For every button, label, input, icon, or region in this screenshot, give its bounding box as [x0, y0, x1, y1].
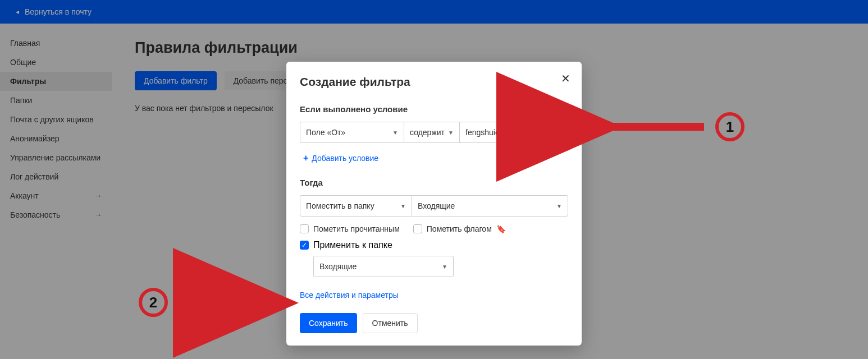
flag-icon: 🔖 [496, 224, 506, 233]
chevron-down-icon: ▼ [442, 264, 447, 270]
condition-operator-value: содержит [410, 128, 445, 137]
condition-field-select[interactable]: Поле «От» ▼ [300, 122, 404, 143]
checkbox-checked-icon: ✓ [300, 241, 309, 250]
checkbox-row: Пометить прочитанным Пометить флагом 🔖 [300, 224, 568, 233]
all-actions-label: Все действия и параметры [300, 291, 399, 300]
save-button[interactable]: Сохранить [300, 313, 357, 333]
all-actions-link[interactable]: Все действия и параметры [300, 288, 402, 302]
add-condition-label: Добавить условие [312, 154, 378, 163]
condition-value-text: fengshuicourses@gmail.cor [465, 128, 547, 137]
chevron-down-icon: ▼ [400, 203, 406, 209]
modal-footer: Сохранить Отменить [300, 313, 568, 333]
mark-flag-checkbox[interactable]: Пометить флагом 🔖 [413, 224, 506, 233]
apply-folder-value: Входящие [319, 262, 357, 271]
then-action-select[interactable]: Поместить в папку ▼ [300, 195, 412, 217]
apply-folder-select[interactable]: Входящие ▼ [313, 256, 454, 277]
cancel-button[interactable]: Отменить [363, 313, 418, 333]
condition-section-label: Если выполнено условие [300, 104, 568, 114]
checkbox-icon [300, 224, 309, 233]
mark-read-checkbox[interactable]: Пометить прочитанным [300, 224, 400, 233]
create-filter-modal: ✕ Создание фильтра Если выполнено услови… [286, 62, 582, 346]
mark-read-label: Пометить прочитанным [313, 224, 400, 233]
condition-row: Поле «От» ▼ содержит ▼ fengshuicourses@g… [300, 122, 568, 143]
then-target-select[interactable]: Входящие ▼ [412, 195, 568, 217]
then-row: Поместить в папку ▼ Входящие ▼ [300, 195, 568, 217]
condition-operator-select[interactable]: содержит ▼ [404, 122, 460, 143]
then-target-value: Входящие [418, 201, 455, 210]
modal-title: Создание фильтра [300, 75, 568, 89]
then-action-value: Поместить в папку [306, 201, 374, 210]
plus-icon: + [303, 153, 308, 163]
chevron-down-icon: ▼ [392, 130, 398, 136]
apply-to-folder-checkbox[interactable]: ✓ Применить к папке [300, 240, 568, 250]
mark-flag-label: Пометить флагом [427, 224, 492, 233]
remove-condition-button[interactable]: ✕ [552, 122, 568, 143]
chevron-down-icon: ▼ [556, 203, 562, 209]
add-condition-button[interactable]: + Добавить условие [300, 151, 382, 165]
condition-field-value: Поле «От» [306, 128, 345, 137]
close-icon[interactable]: ✕ [561, 73, 570, 84]
chevron-down-icon: ▼ [448, 130, 454, 136]
checkbox-icon [413, 224, 422, 233]
then-section-label: Тогда [300, 178, 568, 187]
modal-overlay[interactable]: ✕ Создание фильтра Если выполнено услови… [0, 0, 868, 359]
apply-to-folder-label: Применить к папке [313, 240, 392, 250]
condition-value-input[interactable]: fengshuicourses@gmail.cor [459, 122, 553, 143]
